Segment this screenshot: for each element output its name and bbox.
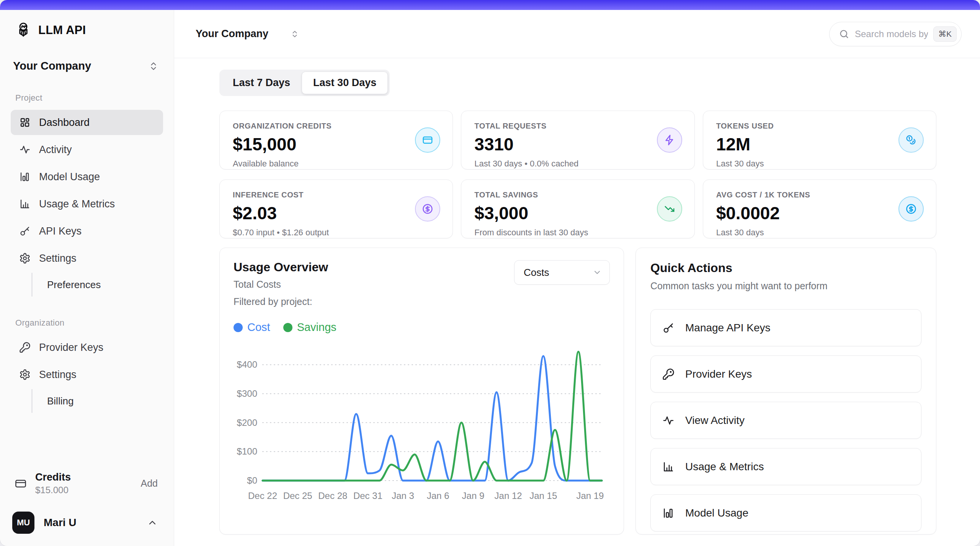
coins-icon bbox=[898, 127, 924, 153]
sidebar-item-usage-metrics[interactable]: Usage & Metrics bbox=[11, 191, 163, 217]
bar-chart-icon bbox=[19, 171, 31, 183]
stat-label: INFERENCE COST bbox=[233, 191, 439, 199]
logo: LLM API bbox=[11, 21, 163, 39]
circle-dollar-icon bbox=[898, 196, 924, 222]
metric-select-value: Costs bbox=[524, 267, 549, 279]
svg-text:$100: $100 bbox=[237, 446, 257, 456]
stat-value: $3,000 bbox=[474, 203, 681, 223]
gear-icon bbox=[19, 253, 31, 264]
svg-text:Dec 31: Dec 31 bbox=[353, 491, 382, 501]
tab-last-7-days[interactable]: Last 7 Days bbox=[221, 72, 302, 94]
chevrons-up-down-icon bbox=[291, 30, 299, 38]
quick-action-label: View Activity bbox=[685, 414, 745, 427]
main-area: Your Company ⌘K Last 7 Days Last 30 Days… bbox=[174, 10, 980, 546]
legend-label-savings: Savings bbox=[297, 321, 336, 334]
activity-icon bbox=[662, 414, 675, 427]
main-header: Your Company ⌘K bbox=[174, 10, 980, 58]
sidebar-item-settings[interactable]: Settings bbox=[11, 246, 163, 271]
chart-legend: Cost Savings bbox=[234, 321, 610, 334]
sidebar: LLM API Your Company Project Dashboard A… bbox=[0, 10, 174, 546]
sidebar-subitem-label: Preferences bbox=[47, 279, 101, 291]
search-bar[interactable]: ⌘K bbox=[829, 22, 962, 46]
search-input[interactable] bbox=[855, 29, 928, 39]
svg-text:Jan 9: Jan 9 bbox=[462, 491, 485, 501]
sidebar-item-org-settings[interactable]: Settings bbox=[11, 362, 163, 387]
sidebar-subitem-preferences[interactable]: Preferences bbox=[31, 273, 163, 297]
logo-text: LLM API bbox=[38, 23, 86, 37]
quick-action-label: Manage API Keys bbox=[685, 322, 771, 334]
circle-dollar-icon bbox=[415, 196, 440, 222]
stat-subtext: Last 30 days bbox=[716, 228, 923, 238]
svg-text:$200: $200 bbox=[237, 417, 257, 428]
stat-card-total-savings: TOTAL SAVINGS $3,000 From discounts in l… bbox=[461, 179, 694, 238]
header-company-selector[interactable]: Your Company bbox=[196, 28, 299, 40]
svg-text:Dec 25: Dec 25 bbox=[283, 491, 312, 501]
tab-last-30-days[interactable]: Last 30 Days bbox=[302, 72, 388, 94]
credit-card-icon bbox=[415, 127, 440, 153]
sidebar-item-provider-keys[interactable]: Provider Keys bbox=[11, 335, 163, 360]
stat-card-inference-cost: INFERENCE COST $2.03 $0.70 input • $1.26… bbox=[219, 179, 453, 238]
stat-label: TOTAL REQUESTS bbox=[474, 122, 681, 130]
avatar: MU bbox=[12, 512, 34, 534]
usage-chart: $0$100$200$300$400Dec 22Dec 25Dec 28Dec … bbox=[234, 341, 610, 509]
stat-value: $0.0002 bbox=[716, 203, 923, 223]
quick-action-label: Usage & Metrics bbox=[685, 461, 764, 473]
sidebar-item-label: Settings bbox=[39, 369, 77, 381]
sidebar-org-switcher[interactable]: Your Company bbox=[11, 57, 163, 75]
dashboard-icon bbox=[19, 117, 31, 128]
key-round-icon bbox=[662, 368, 675, 380]
metric-select-dropdown[interactable]: Costs bbox=[514, 260, 610, 285]
stat-card-total-requests: TOTAL REQUESTS 3310 Last 30 days • 0.0% … bbox=[461, 111, 694, 170]
date-range-tabs: Last 7 Days Last 30 Days bbox=[219, 70, 390, 96]
stat-subtext: From discounts in last 30 days bbox=[474, 228, 681, 238]
chevron-down-icon bbox=[593, 268, 602, 277]
sidebar-item-api-keys[interactable]: API Keys bbox=[11, 218, 163, 244]
zap-icon bbox=[657, 127, 682, 153]
chevron-up-icon[interactable] bbox=[147, 517, 158, 528]
stat-card-avg-cost: AVG COST / 1K TOKENS $0.0002 Last 30 day… bbox=[703, 179, 936, 238]
svg-text:Jan 15: Jan 15 bbox=[529, 491, 557, 501]
search-shortcut-kbd: ⌘K bbox=[933, 26, 957, 42]
org-switcher-label: Your Company bbox=[13, 60, 91, 72]
quick-action-usage-metrics[interactable]: Usage & Metrics bbox=[650, 448, 921, 485]
sidebar-item-model-usage[interactable]: Model Usage bbox=[11, 164, 163, 189]
svg-text:$0: $0 bbox=[247, 475, 257, 486]
stat-card-organization-credits: ORGANIZATION CREDITS $15,000 Available b… bbox=[219, 111, 453, 170]
legend-item[interactable]: Savings bbox=[283, 321, 336, 334]
stat-value: 3310 bbox=[474, 134, 681, 155]
stat-cards: ORGANIZATION CREDITS $15,000 Available b… bbox=[219, 111, 936, 238]
sidebar-item-activity[interactable]: Activity bbox=[11, 137, 163, 162]
header-company-label: Your Company bbox=[196, 28, 268, 40]
sidebar-item-dashboard[interactable]: Dashboard bbox=[11, 110, 163, 135]
stat-card-tokens-used: TOKENS USED 12M Last 30 days bbox=[703, 111, 936, 170]
usage-overview-title: Usage Overview bbox=[234, 260, 328, 274]
svg-text:Jan 12: Jan 12 bbox=[495, 491, 522, 501]
legend-label-cost: Cost bbox=[247, 321, 270, 334]
key-icon bbox=[662, 322, 675, 334]
user-menu[interactable]: MU Mari U bbox=[11, 512, 163, 534]
legend-dot-cost bbox=[234, 323, 243, 332]
quick-action-model-usage[interactable]: Model Usage bbox=[650, 494, 921, 531]
svg-text:Dec 28: Dec 28 bbox=[318, 491, 347, 501]
quick-action-view-activity[interactable]: View Activity bbox=[650, 402, 921, 439]
robot-logo-icon bbox=[15, 21, 32, 39]
stat-label: TOTAL SAVINGS bbox=[474, 191, 681, 199]
credits-label: Credits bbox=[35, 471, 71, 483]
browser-accent-bar bbox=[0, 0, 980, 10]
quick-action-label: Provider Keys bbox=[685, 368, 752, 380]
user-name: Mari U bbox=[44, 517, 77, 529]
credits-summary: Credits $15.000 Add bbox=[11, 471, 163, 495]
quick-actions-list: Manage API Keys Provider Keys View Activ… bbox=[650, 309, 921, 531]
add-credits-button[interactable]: Add bbox=[141, 478, 158, 489]
stat-label: AVG COST / 1K TOKENS bbox=[716, 191, 923, 199]
stat-value: 12M bbox=[716, 134, 923, 155]
usage-filter-label: Filtered by project: bbox=[234, 296, 328, 307]
sidebar-subitem-billing[interactable]: Billing bbox=[31, 389, 163, 413]
quick-action-provider-keys[interactable]: Provider Keys bbox=[650, 355, 921, 393]
legend-item[interactable]: Cost bbox=[234, 321, 270, 334]
sidebar-item-label: Activity bbox=[39, 144, 72, 156]
quick-action-manage-api-keys[interactable]: Manage API Keys bbox=[650, 309, 921, 346]
credit-card-icon bbox=[15, 478, 27, 490]
bar-chart-icon bbox=[662, 507, 675, 519]
trending-down-icon bbox=[657, 196, 682, 222]
